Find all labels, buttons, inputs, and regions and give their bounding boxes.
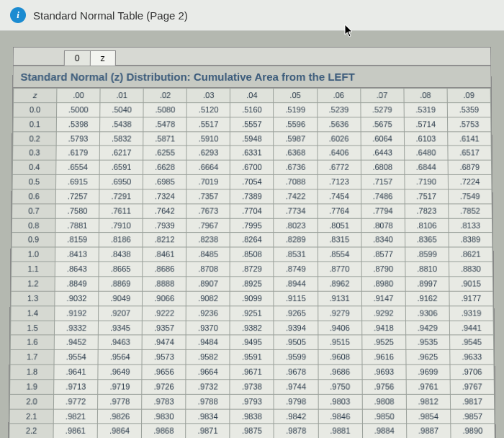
table-cell: .8289	[274, 233, 318, 247]
table-cell: .9099	[230, 291, 274, 305]
table-cell: .8508	[230, 247, 274, 262]
table-cell: .8023	[274, 218, 318, 233]
table-cell: .8531	[274, 247, 318, 262]
table-cell: .8106	[405, 218, 449, 233]
table-cell: .9292	[361, 305, 405, 320]
table-cell: .9850	[362, 409, 406, 424]
table-row: 1.5.9332.9345.9357.9370.9382.9394.9406.9…	[11, 321, 494, 335]
row-header-z: 0.2	[13, 131, 57, 146]
table-cell: .9699	[406, 365, 450, 379]
row-header-z: 0.1	[13, 117, 57, 131]
table-cell: .7257	[55, 189, 99, 204]
table-cell: .9545	[449, 335, 493, 349]
table-cell: .7486	[361, 189, 405, 204]
table-row: 1.8.9641.9649.9656.9664.9671.9678.9686.9…	[10, 365, 494, 379]
table-cell: .8980	[361, 277, 405, 291]
table-cell: .9131	[318, 291, 361, 305]
table-row: 0.3.6179.6217.6255.6293.6331.6368.6406.6…	[13, 146, 492, 160]
table-cell: .5753	[447, 117, 491, 131]
table-cell: .6772	[318, 160, 361, 174]
col-header: .04	[230, 89, 274, 103]
tab-blank[interactable]: 0	[64, 50, 91, 66]
table-cell: .9854	[406, 409, 450, 424]
table-cell: .9857	[450, 409, 495, 424]
table-cell: .9192	[55, 305, 99, 320]
table-cell: .9382	[230, 321, 274, 335]
table-cell: .9345	[99, 321, 143, 335]
table-cell: .9441	[449, 321, 493, 335]
table-cell: .9306	[405, 305, 449, 320]
table-cell: .8159	[55, 233, 99, 247]
row-header-z: 1.1	[12, 262, 55, 277]
table-cell: .8925	[230, 277, 274, 291]
table-cell: .8770	[318, 262, 361, 277]
table-cell: .5636	[317, 117, 360, 131]
table-cell: .8315	[318, 233, 361, 247]
col-header: .09	[447, 89, 491, 103]
table-cell: .7939	[143, 218, 186, 233]
table-cell: .6628	[143, 160, 187, 174]
table-cell: .5948	[230, 131, 274, 146]
table-cell: .9616	[361, 350, 405, 365]
table-cell: .8461	[143, 247, 186, 262]
table-row: 1.1.8643.8665.8686.8708.8729.8749.8770.8…	[12, 262, 493, 277]
row-header-z: 1.8	[10, 365, 54, 379]
table-cell: .7764	[318, 204, 361, 218]
table-cell: .9713	[54, 380, 98, 395]
table-cell: .8749	[274, 262, 318, 277]
table-cell: .8907	[186, 277, 230, 291]
table-cell: .8438	[99, 247, 143, 262]
row-header-z: 2.0	[9, 394, 53, 409]
table-cell: .9591	[230, 350, 274, 365]
table-cell: .9783	[142, 394, 186, 409]
table-cell: .9032	[55, 291, 99, 305]
table-cell: .9599	[274, 350, 318, 365]
table-cell: .9878	[274, 424, 318, 438]
row-header-z: 2.1	[9, 409, 53, 424]
table-cell: .9738	[230, 380, 274, 395]
table-cell: .5160	[230, 102, 274, 117]
table-cell: .9761	[406, 380, 450, 395]
table-cell: .9251	[230, 305, 274, 320]
col-header: .08	[404, 89, 447, 103]
table-cell: .6700	[230, 160, 274, 174]
table-cell: .9875	[230, 424, 274, 438]
table-cell: .7224	[448, 174, 492, 189]
table-cell: .5319	[404, 102, 447, 117]
table-cell: .6179	[56, 146, 100, 160]
table-cell: .9808	[362, 394, 406, 409]
table-cell: .9686	[318, 365, 362, 379]
table-cell: .9474	[142, 335, 186, 349]
col-header-z: z	[14, 89, 57, 103]
table-cell: .9821	[53, 409, 97, 424]
col-header: .02	[143, 89, 186, 103]
row-header-z: 1.4	[11, 305, 55, 320]
table-row: 2.1.9821.9826.9830.9834.9838.9842.9846.9…	[9, 409, 495, 424]
table-cell: .8962	[318, 277, 361, 291]
table-cell: .6064	[361, 131, 404, 146]
table-cell: .9788	[186, 394, 230, 409]
table-cell: .9778	[98, 394, 142, 409]
table-cell: .9664	[186, 365, 230, 379]
tab-z[interactable]: z	[89, 50, 115, 66]
table-cell: .8577	[361, 247, 405, 262]
table-cell: .5557	[230, 117, 274, 131]
table-cell: .9484	[186, 335, 230, 349]
table-header-row: z.00.01.02.03.04.05.06.07.08.09	[14, 89, 491, 103]
table-row: 0.6.7257.7291.7324.7357.7389.7422.7454.7…	[12, 189, 492, 204]
table-cell: .8413	[55, 247, 99, 262]
row-header-z: 0.3	[13, 146, 57, 160]
table-cell: .9236	[186, 305, 230, 320]
table-cell: .9793	[230, 394, 274, 409]
row-header-z: 1.3	[11, 291, 55, 305]
table-cell: .6517	[448, 146, 492, 160]
row-header-z: 1.9	[10, 380, 54, 395]
table-cell: .6331	[230, 146, 274, 160]
table-row: 1.0.8413.8438.8461.8485.8508.8531.8554.8…	[12, 247, 492, 262]
table-cell: .8869	[99, 277, 143, 291]
table-cell: .8830	[449, 262, 492, 277]
table-cell: .5398	[56, 117, 99, 131]
col-header: .01	[100, 89, 143, 103]
table-row: 1.3.9032.9049.9066.9082.9099.9115.9131.9…	[11, 291, 493, 305]
table-cell: .5359	[447, 102, 491, 117]
